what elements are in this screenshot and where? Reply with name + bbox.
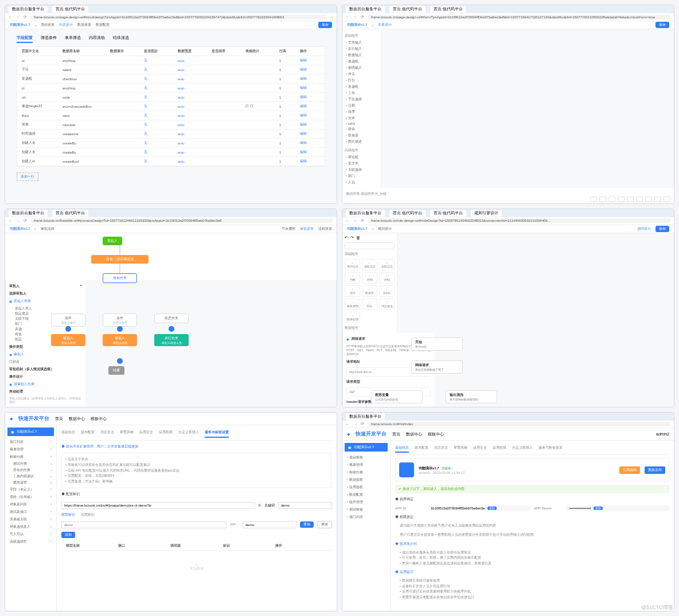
tab[interactable]: 审批设置 <box>300 226 314 232</box>
palette-item[interactable]: ▫ 富文本 <box>345 160 378 167</box>
layout-icon[interactable] <box>590 197 597 202</box>
palette-item[interactable]: ▫ 数值输入 <box>345 52 378 58</box>
palette-item[interactable]: ▫ 滑块 <box>345 126 378 132</box>
crumb-item[interactable]: 数据配置 <box>96 22 110 28</box>
palette-item[interactable]: ▫ 关联选择 <box>345 167 378 173</box>
sidebar-item[interactable]: 字段（未定义）› <box>7 486 54 493</box>
rule-node-type[interactable]: ▫获取信息 <box>362 259 377 270</box>
copy-button[interactable]: 复制 <box>487 507 497 510</box>
app-selector[interactable]: ▣ 功能演示v1.7 <box>345 443 388 452</box>
sidebar-item[interactable]: 菜单管理› <box>7 446 54 453</box>
tab-filter[interactable]: 筛选条件 <box>41 35 57 43</box>
sidebar-item[interactable]: ▫ 应用授权 <box>345 484 388 491</box>
settings-tab[interactable]: 消息发送 <box>100 430 114 438</box>
tab[interactable]: 流程设置 <box>318 226 332 232</box>
tab[interactable]: 应用权限 <box>493 445 506 453</box>
rule-node-type[interactable]: ▫循环 <box>345 285 360 297</box>
sidebar-item[interactable]: ▫ 数据授权 <box>345 476 388 484</box>
copy-icon[interactable]: ⎘ <box>259 504 261 507</box>
edit-link[interactable]: 编辑 <box>300 159 320 164</box>
node-cond[interactable]: 状态分支 <box>154 313 189 323</box>
node-approver[interactable]: 审批人发起人自选 <box>51 334 85 346</box>
sidebar-item[interactable]: 测试分类› <box>7 461 54 467</box>
node-fn[interactable]: 输出清洗将互联网的数据整理到 <box>446 390 497 403</box>
palette-item[interactable]: ▫ 文本 <box>345 115 378 121</box>
star-icon[interactable]: ☆ <box>330 15 333 19</box>
address-input[interactable]: frame.bctools.cn/page-design-ui/#/crud/d… <box>30 15 326 19</box>
palette-item[interactable]: ▫ 多选框 <box>345 84 378 90</box>
reload-icon[interactable]: ⟳ <box>24 15 27 19</box>
settings-tab[interactable]: 服务与标签设置 <box>205 430 229 438</box>
palette-item[interactable]: ▫ 取色器 <box>345 132 378 139</box>
rule-node-type[interactable]: ▫数据处理 <box>345 312 360 323</box>
settings-tab[interactable]: 自定义权限人 <box>178 430 199 438</box>
copy-button[interactable]: 复制 <box>594 507 603 510</box>
redo-icon[interactable]: ↷ <box>350 236 354 240</box>
rule-node-type[interactable]: ▫判断 <box>345 272 360 284</box>
nav-item[interactable]: 首页 <box>55 416 63 422</box>
query-button[interactable]: 查询 <box>300 521 314 528</box>
rule-node-type[interactable]: ▫消息推送 <box>379 299 395 310</box>
rule-node-type[interactable]: ▫控制 <box>362 272 377 284</box>
user-menu[interactable]: admin2 <box>656 432 669 436</box>
add-row-button[interactable]: 添加一行 <box>17 172 38 181</box>
sidebar-item[interactable]: ▫ 菜单管理 <box>345 461 388 469</box>
node-start[interactable]: 发起人 <box>103 237 122 245</box>
sidebar-item[interactable]: 表单或关联› <box>7 516 54 523</box>
node-var[interactable]: 图形变量公式语句内容处理 <box>371 390 423 403</box>
crumb-item[interactable]: 列表设计 <box>59 22 73 28</box>
tab[interactable]: 首页 低代码平台 <box>52 6 88 13</box>
tab[interactable]: 自定义权限人 <box>512 445 533 453</box>
radio-self[interactable]: ◉ 发起人本身 <box>9 299 82 304</box>
rule-node-type[interactable]: ▫数据库 <box>362 285 377 297</box>
tab[interactable]: 消息发送 <box>434 445 448 453</box>
crumb-item[interactable]: 数据设置 <box>77 22 91 28</box>
sidebar-item[interactable]: ▫ 数据配置 <box>345 491 388 499</box>
tab-scroll[interactable]: 内容滚动 <box>89 35 105 43</box>
node-end[interactable]: 结束 <box>108 366 124 375</box>
tab-fields[interactable]: 字段配置 <box>17 35 33 43</box>
sidebar-item[interactable]: 号入号认› <box>7 531 54 538</box>
palette-item[interactable]: ▫ 单选框 <box>345 58 378 65</box>
url-input[interactable] <box>61 502 255 509</box>
palette-item[interactable]: ▫ 密码输入 <box>345 65 378 71</box>
undo-icon[interactable]: ↶ <box>345 236 348 240</box>
settings-tab[interactable]: 应用权限 <box>159 430 173 438</box>
reset-button[interactable]: 重置 <box>317 521 332 528</box>
node-group[interactable]: 角色：演示测试员 <box>91 255 149 264</box>
tab[interactable]: 节点属性 <box>282 226 295 232</box>
tab-special[interactable]: 特殊滚选 <box>113 35 129 43</box>
search-input[interactable] <box>345 242 395 249</box>
sidebar-item[interactable]: 工单内容测试› <box>7 473 54 480</box>
edit-link[interactable]: 编辑 <box>300 140 320 146</box>
close-icon[interactable]: × <box>80 284 82 289</box>
sidebar-item[interactable]: 对象选择及人› <box>7 523 54 531</box>
edit-link[interactable]: 编辑 <box>300 95 320 100</box>
tab-form[interactable]: 表单筛选 <box>65 35 81 43</box>
palette-item[interactable]: ▫ 部门 <box>345 173 378 179</box>
model-input[interactable] <box>61 521 227 528</box>
node-cond[interactable]: 条件自定义条件 <box>103 313 137 327</box>
rule-node-type[interactable]: ▫服务调用 <box>345 299 360 310</box>
sidebar-item[interactable]: 接口列表› <box>7 438 54 446</box>
add-button[interactable]: 添加 <box>61 532 75 538</box>
node-cond[interactable]: 条件自定义条件 <box>51 313 85 327</box>
settings-tab[interactable]: 界面风格 <box>120 430 134 438</box>
node-branch[interactable]: 添加分支 <box>103 273 137 283</box>
sidebar-item[interactable]: ▫ 标签分类 <box>345 469 388 476</box>
edit-link[interactable]: 编辑 <box>300 67 320 72</box>
sidebar-item[interactable]: 紧急请求› <box>7 480 54 486</box>
settings-tab[interactable]: 应用安全 <box>139 430 153 438</box>
address-input[interactable]: frame.bctools.cn/flowable-ui/#/processDe… <box>30 218 333 223</box>
address-input[interactable]: frame.bctools.cn/rule-design-ui/#/ruleDe… <box>368 218 670 223</box>
edit-link[interactable]: 编辑 <box>300 113 320 118</box>
palette-item[interactable]: ▫ 图片描述 <box>345 139 378 145</box>
tab[interactable]: 服务与标签设置 <box>538 445 563 453</box>
sidebar-item[interactable]: 对象及列表› <box>7 501 54 508</box>
sidebar-item[interactable]: ▫ 测试标签 <box>345 506 388 513</box>
edit-link[interactable]: 编辑 <box>300 122 320 127</box>
rule-node-type[interactable]: ▫控制 <box>379 272 395 284</box>
sidebar-item[interactable]: ▫ 接口列表 <box>345 513 388 521</box>
sidebar-item[interactable]: 标签分类› <box>7 453 54 461</box>
keyword-input[interactable] <box>278 502 332 509</box>
